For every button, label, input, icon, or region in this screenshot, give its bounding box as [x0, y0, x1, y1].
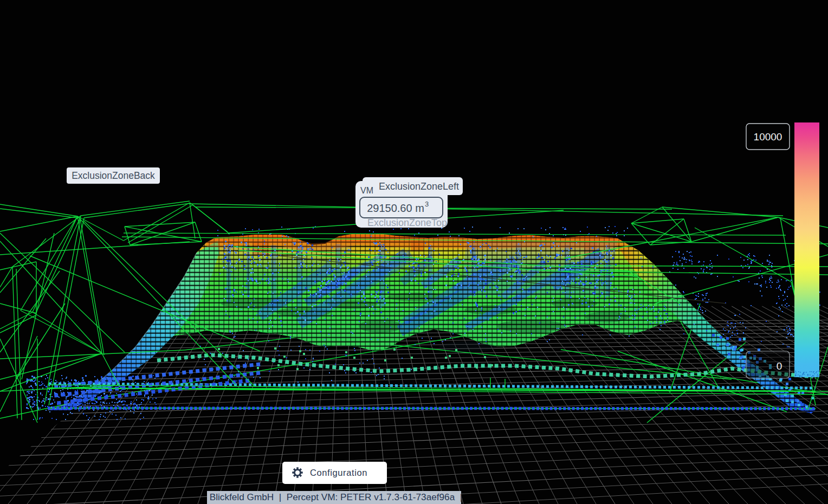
- svg-text:0: 0: [777, 360, 782, 372]
- svg-text:Blickfeld GmbH | Percept VM:: Blickfeld GmbH | Percept VM: PETER v1.7.…: [210, 492, 463, 502]
- svg-text:ExclusionZoneLeft: ExclusionZoneLeft: [379, 181, 459, 192]
- svg-text:ExclusionZoneTop: ExclusionZoneTop: [367, 217, 447, 228]
- svg-text:10000: 10000: [754, 131, 782, 143]
- svg-text:ExclusionZoneBack: ExclusionZoneBack: [72, 170, 155, 181]
- svg-text:Configuration: Configuration: [310, 468, 367, 477]
- svg-text:VM: VM: [360, 186, 373, 195]
- svg-text:29150.60 m: 29150.60 m: [367, 202, 424, 214]
- svg-text:3: 3: [425, 200, 429, 208]
